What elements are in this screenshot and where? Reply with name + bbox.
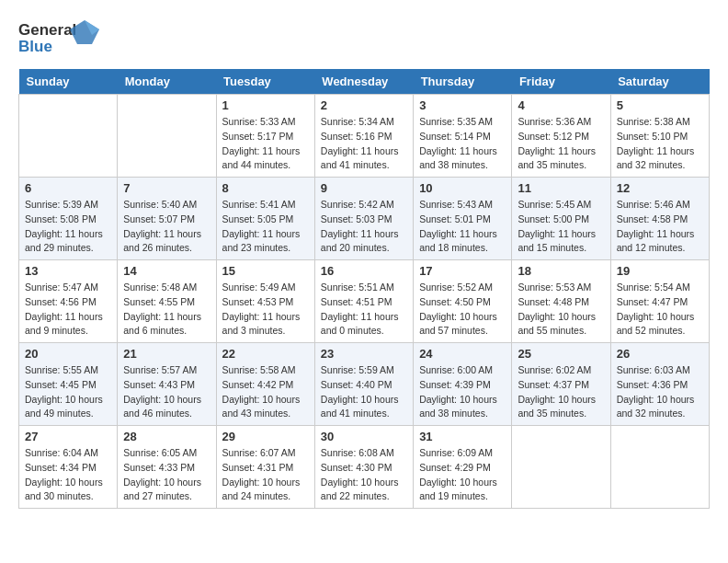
day-info: Sunrise: 6:02 AMSunset: 4:37 PMDaylight:… xyxy=(518,363,604,421)
day-info: Sunrise: 6:05 AMSunset: 4:33 PMDaylight:… xyxy=(123,446,210,504)
svg-text:Blue: Blue xyxy=(18,38,52,55)
weekday-header-tuesday: Tuesday xyxy=(216,69,314,95)
day-cell-17: 17Sunrise: 5:52 AMSunset: 4:50 PMDayligh… xyxy=(414,260,512,343)
logo-svg: General Blue xyxy=(18,18,101,60)
day-number: 7 xyxy=(123,181,210,195)
week-row-5: 27Sunrise: 6:04 AMSunset: 4:34 PMDayligh… xyxy=(19,426,710,509)
day-info: Sunrise: 5:33 AMSunset: 5:17 PMDaylight:… xyxy=(222,115,309,173)
day-cell-20: 20Sunrise: 5:55 AMSunset: 4:45 PMDayligh… xyxy=(19,343,118,426)
day-info: Sunrise: 5:49 AMSunset: 4:53 PMDaylight:… xyxy=(222,281,309,339)
week-row-3: 13Sunrise: 5:47 AMSunset: 4:56 PMDayligh… xyxy=(19,260,710,343)
day-info: Sunrise: 5:51 AMSunset: 4:51 PMDaylight:… xyxy=(321,281,407,339)
calendar-table: SundayMondayTuesdayWednesdayThursdayFrid… xyxy=(18,69,710,509)
day-info: Sunrise: 6:04 AMSunset: 4:34 PMDaylight:… xyxy=(25,446,111,504)
day-number: 8 xyxy=(222,181,309,195)
day-info: Sunrise: 5:54 AMSunset: 4:47 PMDaylight:… xyxy=(617,281,703,339)
day-cell-18: 18Sunrise: 5:53 AMSunset: 4:48 PMDayligh… xyxy=(512,260,610,343)
day-cell-9: 9Sunrise: 5:42 AMSunset: 5:03 PMDaylight… xyxy=(314,178,413,260)
day-info: Sunrise: 5:53 AMSunset: 4:48 PMDaylight:… xyxy=(518,281,604,339)
day-cell-25: 25Sunrise: 6:02 AMSunset: 4:37 PMDayligh… xyxy=(512,343,610,426)
weekday-header-friday: Friday xyxy=(512,69,610,95)
day-number: 25 xyxy=(518,347,604,361)
weekday-header-saturday: Saturday xyxy=(610,69,709,95)
day-info: Sunrise: 6:07 AMSunset: 4:31 PMDaylight:… xyxy=(222,446,309,504)
day-cell-28: 28Sunrise: 6:05 AMSunset: 4:33 PMDayligh… xyxy=(118,426,216,509)
day-number: 20 xyxy=(25,347,111,361)
day-cell-7: 7Sunrise: 5:40 AMSunset: 5:07 PMDaylight… xyxy=(118,178,216,260)
day-info: Sunrise: 5:46 AMSunset: 4:58 PMDaylight:… xyxy=(617,198,703,256)
day-number: 12 xyxy=(617,181,703,195)
day-cell-13: 13Sunrise: 5:47 AMSunset: 4:56 PMDayligh… xyxy=(19,260,118,343)
day-cell-empty xyxy=(512,426,610,509)
day-number: 15 xyxy=(222,264,309,278)
logo: General Blue xyxy=(18,18,101,60)
day-cell-22: 22Sunrise: 5:58 AMSunset: 4:42 PMDayligh… xyxy=(216,343,314,426)
day-cell-15: 15Sunrise: 5:49 AMSunset: 4:53 PMDayligh… xyxy=(216,260,314,343)
weekday-header-wednesday: Wednesday xyxy=(314,69,413,95)
day-number: 31 xyxy=(419,430,506,443)
day-info: Sunrise: 6:00 AMSunset: 4:39 PMDaylight:… xyxy=(419,363,506,421)
day-number: 2 xyxy=(321,98,407,112)
weekday-header-monday: Monday xyxy=(118,69,216,95)
day-cell-1: 1Sunrise: 5:33 AMSunset: 5:17 PMDaylight… xyxy=(216,95,314,178)
day-number: 16 xyxy=(321,264,407,278)
day-cell-11: 11Sunrise: 5:45 AMSunset: 5:00 PMDayligh… xyxy=(512,178,610,260)
day-cell-29: 29Sunrise: 6:07 AMSunset: 4:31 PMDayligh… xyxy=(216,426,314,509)
day-cell-empty xyxy=(610,426,709,509)
day-number: 23 xyxy=(321,347,407,361)
day-info: Sunrise: 5:47 AMSunset: 4:56 PMDaylight:… xyxy=(25,281,111,339)
day-cell-5: 5Sunrise: 5:38 AMSunset: 5:10 PMDaylight… xyxy=(610,95,709,178)
day-info: Sunrise: 5:34 AMSunset: 5:16 PMDaylight:… xyxy=(321,115,407,173)
day-info: Sunrise: 6:08 AMSunset: 4:30 PMDaylight:… xyxy=(321,446,407,504)
day-info: Sunrise: 5:58 AMSunset: 4:42 PMDaylight:… xyxy=(222,363,309,421)
day-cell-27: 27Sunrise: 6:04 AMSunset: 4:34 PMDayligh… xyxy=(19,426,118,509)
day-info: Sunrise: 5:48 AMSunset: 4:55 PMDaylight:… xyxy=(123,281,210,339)
day-cell-16: 16Sunrise: 5:51 AMSunset: 4:51 PMDayligh… xyxy=(314,260,413,343)
day-info: Sunrise: 5:42 AMSunset: 5:03 PMDaylight:… xyxy=(321,198,407,256)
week-row-2: 6Sunrise: 5:39 AMSunset: 5:08 PMDaylight… xyxy=(19,178,710,260)
day-cell-10: 10Sunrise: 5:43 AMSunset: 5:01 PMDayligh… xyxy=(414,178,512,260)
day-cell-24: 24Sunrise: 6:00 AMSunset: 4:39 PMDayligh… xyxy=(414,343,512,426)
day-cell-26: 26Sunrise: 6:03 AMSunset: 4:36 PMDayligh… xyxy=(610,343,709,426)
day-cell-31: 31Sunrise: 6:09 AMSunset: 4:29 PMDayligh… xyxy=(414,426,512,509)
day-cell-empty xyxy=(118,95,216,178)
day-number: 27 xyxy=(25,430,111,443)
day-number: 13 xyxy=(25,264,111,278)
weekday-header-row: SundayMondayTuesdayWednesdayThursdayFrid… xyxy=(19,69,710,95)
day-number: 4 xyxy=(518,98,604,112)
day-number: 3 xyxy=(419,98,506,112)
day-number: 11 xyxy=(518,181,604,195)
day-number: 14 xyxy=(123,264,210,278)
day-cell-4: 4Sunrise: 5:36 AMSunset: 5:12 PMDaylight… xyxy=(512,95,610,178)
day-info: Sunrise: 5:40 AMSunset: 5:07 PMDaylight:… xyxy=(123,198,210,256)
day-info: Sunrise: 5:52 AMSunset: 4:50 PMDaylight:… xyxy=(419,281,506,339)
header: General Blue xyxy=(18,18,710,60)
day-number: 1 xyxy=(222,98,309,112)
day-number: 28 xyxy=(123,430,210,443)
day-cell-23: 23Sunrise: 5:59 AMSunset: 4:40 PMDayligh… xyxy=(314,343,413,426)
day-number: 19 xyxy=(617,264,703,278)
day-info: Sunrise: 5:35 AMSunset: 5:14 PMDaylight:… xyxy=(419,115,506,173)
day-number: 10 xyxy=(419,181,506,195)
day-info: Sunrise: 6:03 AMSunset: 4:36 PMDaylight:… xyxy=(617,363,703,421)
day-info: Sunrise: 5:55 AMSunset: 4:45 PMDaylight:… xyxy=(25,363,111,421)
day-number: 18 xyxy=(518,264,604,278)
day-number: 26 xyxy=(617,347,703,361)
day-cell-2: 2Sunrise: 5:34 AMSunset: 5:16 PMDaylight… xyxy=(314,95,413,178)
day-number: 21 xyxy=(123,347,210,361)
week-row-4: 20Sunrise: 5:55 AMSunset: 4:45 PMDayligh… xyxy=(19,343,710,426)
day-cell-6: 6Sunrise: 5:39 AMSunset: 5:08 PMDaylight… xyxy=(19,178,118,260)
day-number: 29 xyxy=(222,430,309,443)
day-number: 5 xyxy=(617,98,703,112)
day-info: Sunrise: 5:57 AMSunset: 4:43 PMDaylight:… xyxy=(123,363,210,421)
day-info: Sunrise: 5:45 AMSunset: 5:00 PMDaylight:… xyxy=(518,198,604,256)
day-info: Sunrise: 6:09 AMSunset: 4:29 PMDaylight:… xyxy=(419,446,506,504)
day-info: Sunrise: 5:36 AMSunset: 5:12 PMDaylight:… xyxy=(518,115,604,173)
day-cell-19: 19Sunrise: 5:54 AMSunset: 4:47 PMDayligh… xyxy=(610,260,709,343)
weekday-header-thursday: Thursday xyxy=(414,69,512,95)
day-info: Sunrise: 5:41 AMSunset: 5:05 PMDaylight:… xyxy=(222,198,309,256)
svg-text:General: General xyxy=(18,21,76,39)
day-number: 9 xyxy=(321,181,407,195)
day-number: 6 xyxy=(25,181,111,195)
day-cell-empty xyxy=(19,95,118,178)
